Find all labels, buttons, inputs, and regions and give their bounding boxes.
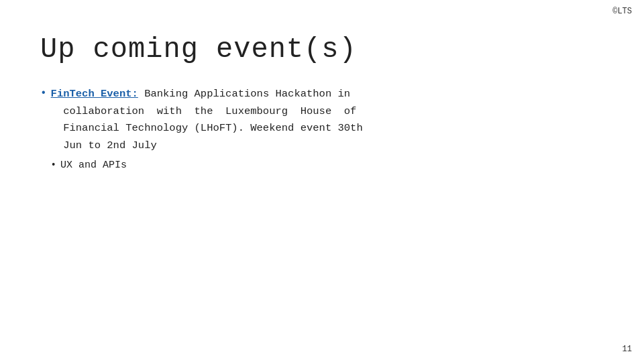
- sub-list-item: • UX and APIs: [51, 158, 363, 174]
- sub-bullets: • UX and APIs: [51, 158, 363, 174]
- sub-bullet-icon: •: [51, 160, 56, 170]
- bullet-text: FinTech Event: Banking Applications Hack…: [51, 88, 363, 152]
- bullet-content: FinTech Event: Banking Applications Hack…: [51, 86, 363, 176]
- page-number: 11: [623, 345, 632, 354]
- copyright-label: ©LTS: [612, 7, 632, 16]
- fintech-label: FinTech Event:: [51, 88, 138, 100]
- list-item: • FinTech Event: Banking Applications Ha…: [40, 86, 604, 176]
- page-container: ©LTS Up coming event(s) • FinTech Event:…: [0, 0, 644, 362]
- content-area: • FinTech Event: Banking Applications Ha…: [40, 86, 604, 176]
- sub-bullet-text: UX and APIs: [60, 158, 127, 174]
- page-title: Up coming event(s): [40, 34, 604, 66]
- bullet-icon: •: [40, 87, 47, 99]
